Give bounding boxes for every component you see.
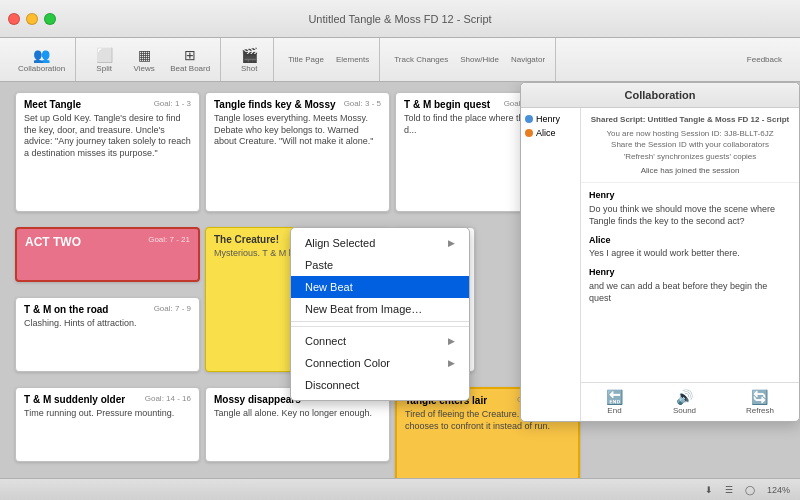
context-menu: Align Selected▶PasteNew BeatNew Beat fro… xyxy=(290,227,470,401)
chat-text: Do you think we should move the scene wh… xyxy=(589,203,791,228)
collab-footer-label: Sound xyxy=(673,406,696,415)
collab-panel-title: Collaboration xyxy=(521,83,799,108)
user-name: Alice xyxy=(536,128,556,138)
views-button[interactable]: ▦ Views xyxy=(126,45,162,75)
split-label: Split xyxy=(96,64,112,73)
menu-item-label: Disconnect xyxy=(305,379,359,391)
beat-card-title: T & M suddenly older xyxy=(24,394,125,405)
window-title: Untitled Tangle & Moss FD 12 - Script xyxy=(308,13,491,25)
collab-user-henry[interactable]: Henry xyxy=(525,114,576,124)
collab-body: HenryAlice Shared Script: Untitled Tangl… xyxy=(521,108,799,421)
titlepage-button[interactable]: Title Page xyxy=(284,53,328,66)
close-button[interactable] xyxy=(8,13,20,25)
collaboration-panel: Collaboration HenryAlice Shared Script: … xyxy=(520,82,800,422)
main-area: Meet TangleGoal: 1 - 3Set up Gold Key. T… xyxy=(0,82,800,478)
menu-item-label: Connect xyxy=(305,335,346,347)
beat-card-text: Clashing. Hints of attraction. xyxy=(24,318,191,330)
elements-button[interactable]: Elements xyxy=(332,53,373,66)
beatboard[interactable]: Meet TangleGoal: 1 - 3Set up Gold Key. T… xyxy=(0,82,800,478)
beat-card-title: Tangle finds key & Mossy xyxy=(214,99,336,110)
elements-label: Elements xyxy=(336,55,369,64)
minimize-button[interactable] xyxy=(26,13,38,25)
session-info: You are now hosting Session ID: 3J8-BLLT… xyxy=(589,128,791,162)
toolbar-group-titlepage: Title Page Elements xyxy=(278,38,380,81)
collab-footer: 🔚End🔊Sound🔄Refresh xyxy=(581,382,799,421)
split-button[interactable]: ⬜ Split xyxy=(86,45,122,75)
shot-label: Shot xyxy=(241,64,257,73)
sound-icon: 🔊 xyxy=(676,389,693,405)
collab-chat[interactable]: HenryDo you think we should move the sce… xyxy=(581,183,799,382)
beat-card-meet-tangle[interactable]: Meet TangleGoal: 1 - 3Set up Gold Key. T… xyxy=(15,92,200,212)
menu-item-new-beat-image[interactable]: New Beat from Image… xyxy=(291,298,469,322)
menu-item-paste[interactable]: Paste xyxy=(291,254,469,276)
trackchanges-label: Track Changes xyxy=(394,55,448,64)
views-label: Views xyxy=(134,64,155,73)
menu-item-disconnect[interactable]: Disconnect xyxy=(291,374,469,396)
statusbar: ⬇ ☰ ◯ 124% xyxy=(0,478,800,500)
beat-card-title: Mossy disappears xyxy=(214,394,301,405)
titlepage-label: Title Page xyxy=(288,55,324,64)
menu-item-align-selected[interactable]: Align Selected▶ xyxy=(291,232,469,254)
collab-footer-btn-end[interactable]: 🔚End xyxy=(600,387,629,417)
collab-footer-btn-refresh[interactable]: 🔄Refresh xyxy=(740,387,780,417)
beat-card-title: Meet Tangle xyxy=(24,99,81,110)
toolbar-group-collaboration: 👥 Collaboration xyxy=(8,38,76,81)
statusbar-zoom: 124% xyxy=(767,485,790,495)
menu-item-connect[interactable]: Connect▶ xyxy=(291,330,469,352)
statusbar-list-icon[interactable]: ☰ xyxy=(725,485,733,495)
trackchanges-button[interactable]: Track Changes xyxy=(390,53,452,66)
collaboration-label: Collaboration xyxy=(18,64,65,73)
beat-card-act-two[interactable]: ACT TWOGoal: 7 - 21 xyxy=(15,227,200,282)
beat-card-tm-suddenly-older[interactable]: T & M suddenly olderGoal: 14 - 16Time ru… xyxy=(15,387,200,462)
menu-item-new-beat[interactable]: New Beat xyxy=(291,276,469,298)
beat-card-title: T & M begin quest xyxy=(404,99,490,110)
collab-footer-btn-sound[interactable]: 🔊Sound xyxy=(667,387,702,417)
menu-arrow-icon: ▶ xyxy=(448,336,455,346)
beat-card-title: The Creature! xyxy=(214,234,279,245)
navigator-label: Navigator xyxy=(511,55,545,64)
menu-item-connection-color[interactable]: Connection Color▶ xyxy=(291,352,469,374)
toolbar-group-shot: 🎬 Shot xyxy=(225,38,274,81)
maximize-button[interactable] xyxy=(44,13,56,25)
end-icon: 🔚 xyxy=(606,389,623,405)
menu-arrow-icon: ▶ xyxy=(448,238,455,248)
beat-card-text: Tangle loses everything. Meets Mossy. De… xyxy=(214,113,381,148)
navigator-button[interactable]: Navigator xyxy=(507,53,549,66)
chat-sender: Henry xyxy=(589,266,791,279)
menu-item-label: Paste xyxy=(305,259,333,271)
toolbar: 👥 Collaboration ⬜ Split ▦ Views ⊞ Beat B… xyxy=(0,38,800,82)
beat-card-tangle-finds-key[interactable]: Tangle finds key & MossyGoal: 3 - 5Tangl… xyxy=(205,92,390,212)
statusbar-circle-icon[interactable]: ◯ xyxy=(745,485,755,495)
chat-message: Henryand we can add a beat before they b… xyxy=(589,266,791,305)
collab-user-alice[interactable]: Alice xyxy=(525,128,576,138)
feedback-button[interactable]: Feedback xyxy=(743,53,786,66)
beatboard-button[interactable]: ⊞ Beat Board xyxy=(166,45,214,75)
chat-text: Yes I agree it would work better there. xyxy=(589,247,791,260)
beat-card-goal: Goal: 14 - 16 xyxy=(145,394,191,403)
chat-message: AliceYes I agree it would work better th… xyxy=(589,234,791,260)
shot-button[interactable]: 🎬 Shot xyxy=(231,45,267,75)
menu-item-label: New Beat xyxy=(305,281,353,293)
views-icon: ▦ xyxy=(138,47,151,63)
showhide-button[interactable]: Show/Hide xyxy=(456,53,503,66)
beatboard-icon: ⊞ xyxy=(184,47,196,63)
beat-card-title: T & M on the road xyxy=(24,304,108,315)
chat-sender: Alice xyxy=(589,234,791,247)
collaboration-button[interactable]: 👥 Collaboration xyxy=(14,45,69,75)
user-name: Henry xyxy=(536,114,560,124)
shot-icon: 🎬 xyxy=(241,47,258,63)
collab-content: Shared Script: Untitled Tangle & Moss FD… xyxy=(581,108,799,421)
statusbar-download-icon[interactable]: ⬇ xyxy=(705,485,713,495)
chat-sender: Henry xyxy=(589,189,791,202)
showhide-label: Show/Hide xyxy=(460,55,499,64)
beat-card-goal: Goal: 7 - 21 xyxy=(148,235,190,244)
beat-card-goal: Goal: 7 - 9 xyxy=(154,304,191,313)
beat-card-tm-on-road[interactable]: T & M on the roadGoal: 7 - 9Clashing. Hi… xyxy=(15,297,200,372)
split-icon: ⬜ xyxy=(96,47,113,63)
toolbar-group-feedback: Feedback xyxy=(737,38,792,81)
collab-users-list: HenryAlice xyxy=(521,108,581,421)
beat-card-title: ACT TWO xyxy=(25,235,81,249)
menu-arrow-icon: ▶ xyxy=(448,358,455,368)
titlebar: Untitled Tangle & Moss FD 12 - Script xyxy=(0,0,800,38)
traffic-lights xyxy=(8,13,56,25)
